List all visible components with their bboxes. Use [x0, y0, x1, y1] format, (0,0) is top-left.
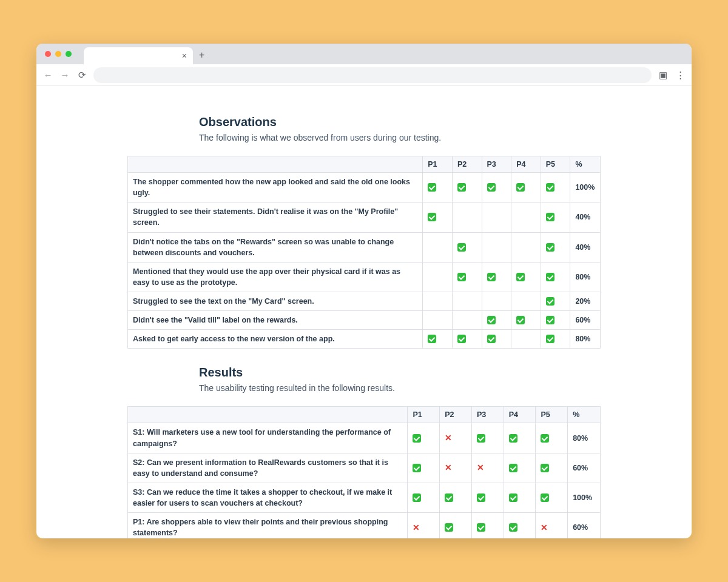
- cross-icon: ✕: [445, 433, 452, 442]
- address-bar[interactable]: [93, 67, 652, 83]
- check-icon: [516, 316, 525, 324]
- check-icon: [457, 335, 466, 343]
- column-header: P2: [452, 156, 482, 173]
- check-icon: [541, 434, 549, 443]
- mark-cell: [452, 262, 482, 292]
- menu-icon[interactable]: ⋮: [675, 70, 686, 81]
- check-icon: [428, 183, 436, 192]
- mark-cell: [408, 453, 440, 483]
- mark-cell: [440, 483, 472, 512]
- check-icon: [445, 493, 453, 502]
- column-header: P1: [423, 156, 453, 173]
- row-description: P1: Are shoppers able to view their poin…: [128, 513, 408, 538]
- mark-cell: [504, 513, 536, 538]
- percent-cell: 60%: [568, 453, 601, 483]
- check-icon: [546, 273, 554, 281]
- check-icon: [546, 297, 554, 306]
- cross-icon: ✕: [413, 523, 420, 532]
- table-row: S3: Can we reduce the time it takes a sh…: [128, 483, 601, 512]
- mark-cell: [452, 202, 482, 232]
- maximize-window-button[interactable]: [66, 51, 72, 57]
- mark-cell: [482, 202, 511, 232]
- mark-cell: [511, 292, 541, 311]
- mark-cell: ✕: [408, 513, 440, 538]
- check-icon: [546, 335, 554, 343]
- observations-table: P1P2P3P4P5%The shopper commented how the…: [127, 156, 601, 349]
- column-header: P4: [504, 407, 536, 423]
- mark-cell: [423, 173, 453, 202]
- mark-cell: [511, 330, 541, 349]
- row-description: S3: Can we reduce the time it takes a sh…: [128, 483, 408, 512]
- row-description: The shopper commented how the new app lo…: [128, 173, 423, 202]
- extensions-icon[interactable]: ▣: [658, 70, 669, 81]
- check-icon: [477, 434, 485, 443]
- browser-tab[interactable]: ×: [84, 47, 193, 64]
- check-icon: [516, 273, 525, 281]
- results-subtitle: The usability testing resulted in the fo…: [199, 383, 601, 393]
- mark-cell: [511, 311, 541, 330]
- results-table: P1P2P3P4P5%S1: Will marketers use a new …: [127, 406, 601, 538]
- table-row: The shopper commented how the new app lo…: [128, 173, 601, 202]
- column-header: P2: [440, 407, 472, 423]
- mark-cell: [471, 483, 504, 512]
- back-icon[interactable]: ←: [42, 70, 53, 80]
- mark-cell: [482, 173, 511, 202]
- percent-cell: 80%: [570, 262, 601, 292]
- column-header: P3: [482, 156, 511, 173]
- mark-cell: [541, 330, 570, 349]
- mark-cell: [471, 513, 504, 538]
- mark-cell: [471, 423, 504, 453]
- check-icon: [477, 493, 485, 502]
- mark-cell: [423, 202, 453, 232]
- mark-cell: [482, 262, 511, 292]
- check-icon: [457, 273, 466, 281]
- new-tab-button[interactable]: +: [199, 50, 204, 61]
- percent-cell: 100%: [570, 173, 601, 202]
- percent-cell: 80%: [568, 423, 601, 453]
- observations-title: Observations: [199, 115, 601, 129]
- check-icon: [487, 316, 496, 324]
- check-icon: [413, 434, 421, 443]
- percent-cell: 100%: [568, 483, 601, 512]
- forward-icon[interactable]: →: [59, 70, 70, 80]
- mark-cell: [482, 292, 511, 311]
- table-row: Asked to get early access to the new ver…: [128, 330, 601, 349]
- mark-cell: [423, 330, 453, 349]
- column-header: %: [568, 407, 601, 423]
- page-content: Observations The following is what we ob…: [36, 86, 692, 538]
- percent-cell: 60%: [570, 311, 601, 330]
- close-tab-icon[interactable]: ×: [182, 51, 187, 61]
- check-icon: [487, 335, 496, 343]
- row-description: Didn't see the "Valid till" label on the…: [128, 311, 423, 330]
- column-header: P3: [471, 407, 504, 423]
- percent-cell: 40%: [570, 232, 601, 262]
- mark-cell: [452, 173, 482, 202]
- check-icon: [509, 434, 517, 443]
- column-header: P4: [511, 156, 541, 173]
- row-description: Didn't notice the tabs on the "Rewards" …: [128, 232, 423, 262]
- mark-cell: [452, 292, 482, 311]
- observations-subtitle: The following is what we observed from u…: [199, 133, 601, 142]
- window-controls: [45, 51, 72, 57]
- table-row: S1: Will marketers use a new tool for un…: [128, 423, 601, 453]
- browser-window: × + ← → ⟳ ▣ ⋮ Observations The following…: [36, 44, 692, 538]
- check-icon: [487, 273, 496, 281]
- mark-cell: [452, 232, 482, 262]
- mark-cell: ✕: [440, 423, 472, 453]
- mark-cell: [482, 330, 511, 349]
- table-row: S2: Can we present information to RealRe…: [128, 453, 601, 483]
- check-icon: [413, 493, 421, 502]
- reload-icon[interactable]: ⟳: [76, 70, 87, 81]
- mark-cell: [408, 483, 440, 512]
- mark-cell: [511, 173, 541, 202]
- mark-cell: [482, 232, 511, 262]
- mark-cell: [541, 202, 570, 232]
- check-icon: [546, 316, 554, 324]
- mark-cell: ✕: [536, 513, 568, 538]
- close-window-button[interactable]: [45, 51, 51, 57]
- table-row: Struggled to see the text on the "My Car…: [128, 292, 601, 311]
- minimize-window-button[interactable]: [55, 51, 61, 57]
- check-icon: [509, 464, 517, 472]
- check-icon: [509, 523, 517, 532]
- column-header: %: [570, 156, 601, 173]
